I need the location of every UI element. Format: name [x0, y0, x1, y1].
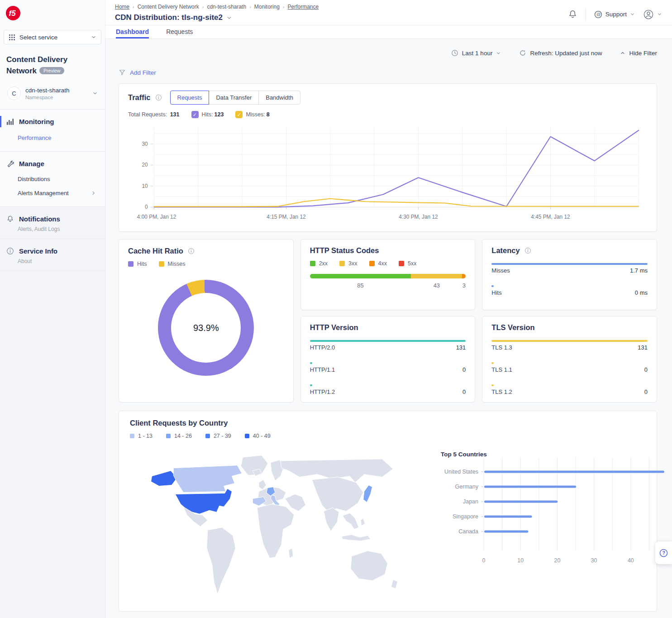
sidebar-item-distributions[interactable]: Distributions — [0, 172, 105, 186]
sidebar-item-label: Notifications — [19, 215, 60, 223]
map-uk[interactable] — [259, 480, 266, 490]
world-map-svg — [130, 448, 410, 601]
hits-swatch — [128, 261, 133, 267]
misses-checkbox[interactable]: ✓ — [235, 111, 243, 118]
distribution-selector[interactable]: CDN Distribution: tls-ng-site2 — [115, 13, 319, 22]
svg-text:?: ? — [662, 550, 665, 556]
country-legend: 1 - 1314 - 2627 - 3940 - 49 — [130, 433, 646, 439]
refresh-button[interactable]: Refresh: Updated just now — [519, 49, 602, 57]
nav-group-notifications: Notifications Alerts, Audit Logs — [0, 207, 105, 239]
map-philippines[interactable] — [361, 518, 365, 526]
time-range-dropdown[interactable]: Last 1 hour — [451, 49, 501, 57]
misses-label: Misses: — [246, 111, 265, 118]
legend-label: 27 - 39 — [214, 433, 231, 439]
hide-filter-button[interactable]: Hide Filter — [620, 50, 657, 57]
chevron-right-icon — [91, 191, 96, 196]
tab-requests[interactable]: Requests — [166, 25, 193, 38]
http-version-bars: HTTP/2.0131HTTP/1.10HTTP/1.20 — [310, 340, 466, 395]
breadcrumb-performance[interactable]: Performance — [288, 4, 319, 10]
help-button[interactable]: ? — [655, 541, 672, 564]
header-left: Home › Content Delivery Network › cdn-te… — [115, 4, 319, 22]
breadcrumb-namespace[interactable]: cdn-test-sharath — [207, 4, 246, 10]
map-madagascar[interactable] — [289, 548, 293, 558]
y-tick-label: 10 — [142, 183, 148, 189]
legend-label: 40 - 49 — [253, 433, 271, 439]
breadcrumb-cdn[interactable]: Content Delivery Network — [138, 4, 199, 10]
bar-row-TLS 1.2: TLS 1.20 — [491, 384, 648, 395]
map-alaska[interactable] — [151, 471, 177, 486]
bar-row-Hits: Hits0 ms — [491, 285, 648, 296]
metrics-grid: Cache Hit Ratio Hits Misses — [119, 239, 657, 402]
svg-text:@: @ — [596, 12, 601, 17]
sidebar-item-notifications[interactable]: Notifications — [0, 212, 105, 225]
sidebar-item-sublabel: Alerts, Audit Logs — [0, 225, 105, 232]
info-icon[interactable] — [524, 247, 531, 254]
traffic-view-bandwidth[interactable]: Bandwidth — [258, 91, 300, 105]
bar-row-label: TLS 1.2 — [491, 388, 512, 395]
breadcrumb-monitoring[interactable]: Monitoring — [254, 4, 280, 10]
notifications-button[interactable] — [568, 10, 577, 19]
chevron-down-icon — [91, 34, 96, 40]
page-header: Home › Content Delivery Network › cdn-te… — [105, 0, 672, 25]
map-australia[interactable] — [351, 551, 388, 581]
x-tick-label: 20 — [554, 557, 560, 564]
breadcrumb-home[interactable]: Home — [115, 4, 129, 10]
time-range-label: Last 1 hour — [462, 50, 493, 57]
map-china[interactable] — [312, 477, 363, 513]
avatar-icon — [643, 9, 654, 20]
sidebar-item-manage[interactable]: Manage — [0, 157, 105, 170]
preview-badge: Preview — [39, 67, 64, 74]
svg-text:f5: f5 — [9, 9, 16, 18]
status-stacked-bar — [310, 274, 466, 278]
support-menu[interactable]: @ Support — [594, 10, 635, 19]
http-status-codes-card: HTTP Status Codes 2xx3xx4xx5xx 85433 — [300, 239, 476, 310]
misses-toggle[interactable]: ✓ Misses: 8 — [235, 111, 269, 118]
namespace-selector[interactable]: C cdn-test-sharath Namespace — [4, 84, 101, 103]
breadcrumb: Home › Content Delivery Network › cdn-te… — [115, 4, 319, 10]
status-segment-4xx — [462, 274, 466, 278]
info-icon[interactable] — [155, 94, 162, 101]
donut-hole: 93.9% — [171, 293, 241, 363]
namespace-name: cdn-test-sharath — [25, 87, 70, 94]
map-new-zealand[interactable] — [391, 580, 397, 589]
category-label: Canada — [458, 528, 478, 535]
x-tick-label: 40 — [628, 557, 634, 564]
bell-icon — [568, 10, 577, 19]
map-canada[interactable] — [173, 465, 242, 493]
x-tick-label: 30 — [591, 557, 597, 564]
hits-toggle[interactable]: ✓ Hits: 123 — [191, 111, 224, 118]
total-requests: Total Requests: 131 — [128, 111, 180, 118]
map-india[interactable] — [324, 508, 339, 531]
namespace-type: Namespace — [25, 95, 70, 100]
series-hits — [154, 130, 639, 207]
4xx-swatch — [369, 261, 375, 266]
sidebar-item-monitoring[interactable]: Monitoring — [0, 115, 105, 128]
sidebar-item-performance[interactable]: Performance — [0, 131, 105, 145]
range-swatch — [245, 434, 249, 438]
sidebar-item-alerts-management[interactable]: Alerts Management — [0, 186, 105, 200]
map-se-asia[interactable] — [343, 513, 359, 529]
status-value-4xx: 3 — [462, 282, 466, 289]
traffic-view-requests[interactable]: Requests — [170, 91, 210, 105]
traffic-view-data-transfer[interactable]: Data Transfer — [209, 91, 259, 105]
legend-item-4xx: 4xx — [369, 260, 387, 267]
sidebar-item-service-info[interactable]: Service Info — [0, 244, 105, 258]
tab-dashboard[interactable]: Dashboard — [116, 25, 149, 38]
hits-checkbox[interactable]: ✓ — [191, 111, 199, 118]
breadcrumb-separator: › — [283, 4, 285, 10]
cache-donut-wrap: 93.9% — [128, 280, 284, 376]
legend-item-40-49: 40 - 49 — [245, 433, 271, 439]
select-service-label: Select service — [19, 34, 87, 41]
f5-logo[interactable]: f5 — [0, 0, 105, 25]
select-service-dropdown[interactable]: Select service — [4, 30, 101, 44]
info-icon[interactable] — [188, 248, 195, 254]
tls-version-card: TLS Version TLS 1.3131TLS 1.10TLS 1.20 — [482, 316, 657, 402]
funnel-icon — [119, 69, 126, 76]
nav-group-manage: Manage Distributions Alerts Management — [0, 152, 105, 207]
tls-version-header: TLS Version — [491, 323, 648, 332]
user-menu[interactable] — [643, 9, 662, 20]
map-japan[interactable] — [363, 485, 372, 503]
add-filter-button[interactable]: Add Filter — [119, 64, 657, 81]
map-south-america[interactable] — [207, 527, 236, 594]
map-indonesia[interactable] — [342, 535, 371, 541]
